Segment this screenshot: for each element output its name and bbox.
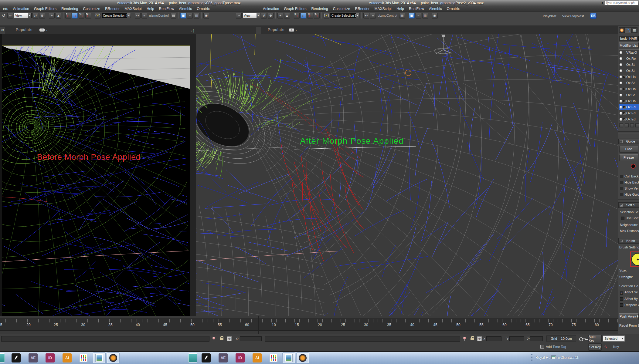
render-setup-icon[interactable]: ◉ xyxy=(203,13,209,19)
repel-button[interactable]: Repel From Su xyxy=(619,324,639,327)
bulb-icon[interactable] xyxy=(620,106,622,109)
snap-toggle-icon[interactable]: 3∩ xyxy=(65,13,71,19)
modifier-stack-row[interactable]: Ox Re xyxy=(619,56,639,62)
selected-dropdown[interactable]: Selected▾ xyxy=(603,335,625,342)
tray-overflow-chevron[interactable]: » xyxy=(574,354,576,359)
y-input[interactable] xyxy=(509,336,524,341)
viewport-left[interactable] xyxy=(2,46,190,316)
push-away-button[interactable]: Push Away F xyxy=(619,313,639,320)
photo-viewer-icon[interactable] xyxy=(95,353,104,362)
indesign-icon[interactable]: ID xyxy=(236,353,245,362)
align-icon[interactable]: ≡ xyxy=(370,13,376,19)
schematic-view-icon[interactable]: ▥ xyxy=(422,13,428,19)
office-grid-icon[interactable] xyxy=(79,353,88,362)
timeline-right[interactable]: 101520253035404550556065707580 xyxy=(259,316,618,334)
modifier-stack-row[interactable]: Ox St xyxy=(619,80,639,86)
select-link-icon[interactable]: ▱ xyxy=(236,13,242,19)
gizmo-control-label[interactable]: gizmoControl xyxy=(149,14,169,17)
modifier-stack-row-selected[interactable]: +Ox Ed xyxy=(619,104,639,110)
view-playblast-button[interactable]: View Playblast xyxy=(562,14,584,18)
checkbox-respect[interactable]: Respect V xyxy=(620,303,639,307)
remove-modifier-icon[interactable] xyxy=(635,123,639,127)
modifier-stack-row[interactable]: VRayO xyxy=(619,49,639,56)
modifier-stack-row[interactable]: Ox St xyxy=(619,68,639,74)
splat-app-icon[interactable] xyxy=(298,353,307,362)
chevron-down-icon[interactable]: ▾ xyxy=(28,13,31,18)
collapse-icon[interactable]: – xyxy=(620,140,623,143)
collapse-icon[interactable]: – xyxy=(620,240,623,242)
viewport-right-canvas[interactable] xyxy=(196,34,618,316)
menu-item[interactable]: Animation xyxy=(11,6,32,12)
splat-app-icon[interactable] xyxy=(109,353,118,362)
expand-icon[interactable]: + xyxy=(623,112,626,115)
snap-toggle-icon[interactable]: 3∩ xyxy=(294,13,300,19)
percent-snap-icon[interactable]: %∩ xyxy=(79,13,84,19)
show-end-result-icon[interactable] xyxy=(625,123,629,127)
gizmo-control-label[interactable]: gizmoControl xyxy=(378,14,397,17)
menu-item[interactable]: RRender xyxy=(352,6,372,12)
modifier-stack-row[interactable]: +Ox Ha xyxy=(619,86,639,92)
layer-manager-icon[interactable]: ▤ xyxy=(399,13,405,19)
modifier-stack-row[interactable]: +Ox Ed xyxy=(619,116,639,122)
menu-item[interactable]: Ornatrix xyxy=(444,6,462,12)
menu-item[interactable]: RRender xyxy=(103,6,122,12)
bulb-icon[interactable] xyxy=(620,57,622,60)
menu-item[interactable]: Graph Editors xyxy=(32,6,59,12)
menu-item[interactable]: Rendering xyxy=(59,6,80,12)
select-object-icon[interactable]: ▲ xyxy=(284,13,290,19)
checkbox-hide-guide[interactable]: Hide Guide xyxy=(620,193,639,196)
auto-key-button[interactable]: Auto Key xyxy=(588,335,602,342)
checkbox-icon[interactable] xyxy=(620,303,623,307)
time-ruler[interactable]: 5202530354045505560 xyxy=(0,318,258,331)
chevron-down-icon[interactable]: ▾ xyxy=(46,29,47,32)
mirror-icon[interactable]: ◄► xyxy=(363,13,369,19)
pin-icon[interactable] xyxy=(212,337,215,339)
spinner-snap-icon[interactable]: ⇅∩ xyxy=(314,13,320,19)
quill-app-icon[interactable] xyxy=(12,353,21,362)
rb-app-icon[interactable]: RB xyxy=(590,13,597,19)
menu-item[interactable]: Help xyxy=(394,6,406,12)
bind-spacewarp-icon[interactable]: ⊕ xyxy=(39,13,45,19)
checkbox-icon[interactable] xyxy=(620,193,623,196)
chevron-down-icon[interactable]: ▾ xyxy=(127,13,131,18)
checkbox-icon[interactable] xyxy=(620,181,623,184)
ribbon-minimize-icon[interactable]: ▾ xyxy=(39,29,45,32)
rr-clientwatch-icon[interactable] xyxy=(551,356,556,359)
view-dropdown[interactable]: View▾ xyxy=(14,13,32,18)
select-move-icon[interactable]: + xyxy=(277,13,283,19)
checkbox-cull[interactable]: Cull Back-f xyxy=(620,174,639,178)
expand-icon[interactable]: + xyxy=(623,118,626,121)
modifier-stack-row[interactable]: +Ox Ha xyxy=(619,74,639,80)
viewport-name-label[interactable]: e ] xyxy=(191,29,194,32)
schematic-view-icon[interactable]: ▥ xyxy=(194,13,199,19)
render-setup-icon[interactable]: ◉ xyxy=(432,13,438,19)
mirror-icon[interactable]: ◄► xyxy=(135,13,141,19)
transform-coords-icon[interactable]: ⊕ xyxy=(477,336,482,341)
brush-preview[interactable]: + xyxy=(630,251,639,267)
bulb-icon[interactable] xyxy=(620,63,622,66)
transform-coords-icon[interactable]: ⊕ xyxy=(227,336,232,341)
key-filters-label[interactable]: Key xyxy=(613,345,619,349)
checkbox-icon[interactable]: ✓ xyxy=(620,292,623,295)
checkbox-hide-back[interactable]: Hide Back- xyxy=(620,180,639,184)
after-effects-icon[interactable]: AE xyxy=(219,353,228,362)
checkbox-show-vert[interactable]: Show Vert xyxy=(620,187,639,190)
chevron-down-icon[interactable]: ▾ xyxy=(257,13,260,18)
layer-manager-icon[interactable]: ▤ xyxy=(171,13,176,19)
indesign-icon[interactable]: ID xyxy=(46,353,55,362)
quill-app-icon[interactable] xyxy=(202,353,211,362)
percent-snap-icon[interactable]: %∩ xyxy=(307,13,313,19)
expand-icon[interactable]: + xyxy=(623,88,626,90)
x-input[interactable] xyxy=(240,336,262,341)
select-object-icon[interactable]: ▲ xyxy=(56,13,61,19)
ribbon-minimize-icon[interactable]: ▾ xyxy=(289,29,294,32)
menu-item[interactable]: MAXScript xyxy=(372,6,394,12)
search-expand-icon[interactable]: ▶ xyxy=(602,1,604,4)
checkbox-affect-selected[interactable]: ✓Affect Se xyxy=(620,290,639,295)
curve-editor-icon[interactable]: ≈ xyxy=(416,13,421,19)
ribbon-tab-partial[interactable]: nt xyxy=(0,27,5,34)
time-tag-icon[interactable] xyxy=(540,345,544,349)
illustrator-icon[interactable]: Ai xyxy=(63,353,72,362)
selection-set-dropdown[interactable]: Create Selection Se▾ xyxy=(102,13,131,18)
prompt-field[interactable] xyxy=(265,336,460,342)
